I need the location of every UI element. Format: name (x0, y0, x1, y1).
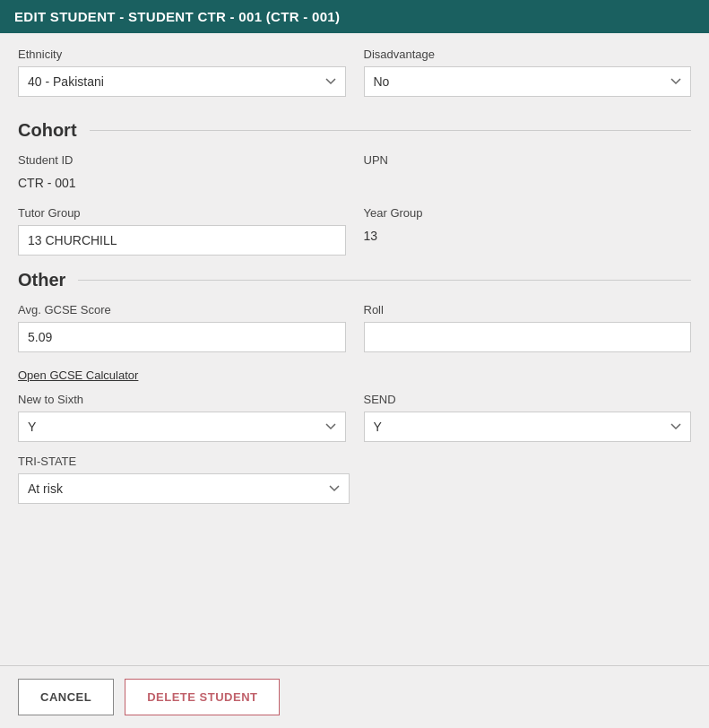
gcse-calculator-link[interactable]: Open GCSE Calculator (18, 368, 138, 382)
send-group: SEND Y N (364, 393, 692, 442)
year-group-value: 13 (364, 225, 692, 247)
tri-state-select[interactable]: At risk On track Exceeding (18, 473, 350, 504)
upn-value (364, 172, 692, 179)
disadvantage-label: Disadvantage (364, 48, 692, 61)
modal-header: EDIT STUDENT - STUDENT CTR - 001 (CTR - … (0, 0, 709, 33)
ethnicity-group: Ethnicity 40 - Pakistani (18, 48, 346, 97)
delete-student-button[interactable]: DELETE STUDENT (125, 679, 280, 715)
new-to-sixth-send-row: New to Sixth Y N SEND Y N (18, 393, 691, 442)
modal-title: EDIT STUDENT - STUDENT CTR - 001 (CTR - … (14, 9, 340, 24)
new-to-sixth-select[interactable]: Y N (18, 412, 346, 442)
roll-input[interactable] (364, 322, 692, 352)
cohort-section-title: Cohort (18, 120, 77, 141)
ethnicity-select[interactable]: 40 - Pakistani (18, 66, 346, 97)
tutor-group-input[interactable] (18, 225, 346, 256)
avg-gcse-input[interactable] (18, 322, 346, 352)
send-label: SEND (364, 393, 692, 406)
modal-body: Ethnicity 40 - Pakistani Disadvantage No… (0, 33, 709, 665)
avg-gcse-label: Avg. GCSE Score (18, 303, 346, 316)
upn-group: UPN (364, 153, 692, 194)
student-id-upn-row: Student ID CTR - 001 UPN (18, 153, 691, 194)
send-select[interactable]: Y N (364, 412, 692, 442)
tri-state-row: TRI-STATE At risk On track Exceeding (18, 455, 691, 504)
new-to-sixth-group: New to Sixth Y N (18, 393, 346, 442)
upn-label: UPN (364, 153, 692, 167)
cohort-section-divider: Cohort (18, 120, 691, 141)
other-divider-line (78, 280, 691, 281)
roll-group: Roll (364, 303, 692, 352)
other-section-divider: Other (18, 270, 691, 290)
modal-footer: CANCEL DELETE STUDENT (0, 665, 709, 728)
avg-gcse-group: Avg. GCSE Score (18, 303, 346, 352)
cancel-button[interactable]: CANCEL (18, 679, 114, 715)
roll-label: Roll (364, 303, 692, 316)
edit-student-modal: EDIT STUDENT - STUDENT CTR - 001 (CTR - … (0, 0, 709, 728)
student-id-group: Student ID CTR - 001 (18, 153, 346, 194)
gcse-roll-row: Avg. GCSE Score Roll (18, 303, 691, 352)
student-id-value: CTR - 001 (18, 172, 346, 194)
student-id-label: Student ID (18, 153, 346, 167)
other-section-title: Other (18, 270, 65, 290)
tutor-group-group: Tutor Group (18, 206, 346, 256)
tutor-group-label: Tutor Group (18, 206, 346, 220)
ethnicity-label: Ethnicity (18, 48, 346, 61)
top-row: Ethnicity 40 - Pakistani Disadvantage No… (18, 33, 691, 106)
disadvantage-group: Disadvantage No Yes (364, 48, 692, 97)
new-to-sixth-label: New to Sixth (18, 393, 346, 406)
disadvantage-select[interactable]: No Yes (364, 66, 692, 97)
year-group-group: Year Group 13 (364, 206, 692, 256)
tutor-year-row: Tutor Group Year Group 13 (18, 206, 691, 256)
tri-state-label: TRI-STATE (18, 455, 691, 468)
cohort-divider-line (90, 130, 691, 131)
year-group-label: Year Group (364, 206, 692, 220)
